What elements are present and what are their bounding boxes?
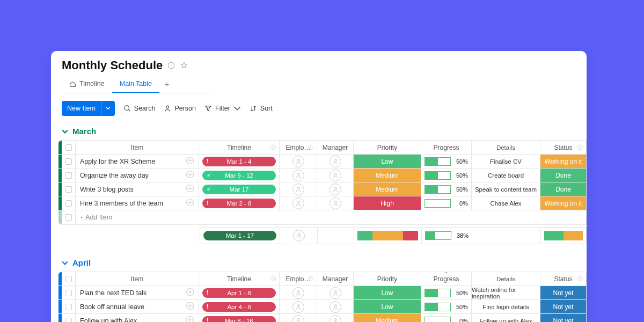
avatar-placeholder[interactable]	[292, 156, 304, 167]
priority-cell[interactable]: Medium	[354, 169, 421, 182]
column-progress[interactable]: Progress	[421, 141, 472, 154]
manager-cell[interactable]	[317, 286, 354, 299]
details-cell[interactable]: Speak to content team	[472, 182, 540, 196]
avatar-placeholder[interactable]	[330, 197, 341, 209]
timeline-cell[interactable]: !Apr 4 - 8	[199, 300, 280, 313]
status-cell[interactable]: Not yet	[540, 286, 586, 299]
select-all-checkbox[interactable]	[62, 272, 76, 286]
avatar-placeholder[interactable]	[330, 184, 341, 195]
add-item-label[interactable]: + Add Item	[76, 210, 199, 224]
avatar-placeholder[interactable]	[292, 197, 304, 209]
column-timeline[interactable]: Timelineⓘ	[199, 141, 280, 154]
item-cell[interactable]: Follow up with Alex	[76, 314, 199, 322]
manager-cell[interactable]	[317, 155, 354, 168]
info-icon[interactable]: i	[167, 61, 175, 70]
group-header[interactable]: March	[58, 125, 587, 140]
column-status[interactable]: Statusⓘ	[540, 141, 586, 154]
add-subitem-icon[interactable]	[186, 170, 194, 180]
add-subitem-icon[interactable]	[186, 302, 194, 312]
status-cell[interactable]: Working on it	[540, 155, 586, 168]
manager-cell[interactable]	[317, 169, 354, 182]
row-checkbox[interactable]	[62, 155, 76, 168]
table-row[interactable]: Hire 3 members of the team !Mar 2 - 8 Hi…	[58, 196, 586, 210]
timeline-cell[interactable]: !Mar 8 - 16	[199, 314, 280, 322]
avatar-placeholder[interactable]	[330, 301, 341, 313]
details-cell[interactable]: Follow up with Alex	[472, 314, 540, 322]
add-subitem-icon[interactable]	[186, 184, 194, 194]
star-icon[interactable]	[180, 61, 188, 70]
chevron-down-icon[interactable]	[101, 101, 115, 116]
avatar-placeholder[interactable]	[292, 315, 304, 323]
details-cell[interactable]: Finalise CV	[472, 155, 540, 168]
table-row[interactable]: Book off annual leave !Apr 4 - 8 Low 50%…	[58, 300, 586, 314]
details-cell[interactable]: Find login details	[472, 300, 540, 313]
column-priority[interactable]: Priority	[354, 141, 421, 154]
column-timeline[interactable]: Timelineⓘ	[199, 272, 280, 286]
employee-cell[interactable]	[280, 300, 317, 313]
priority-cell[interactable]: Low	[354, 155, 421, 168]
priority-cell[interactable]: High	[354, 196, 421, 210]
column-manager[interactable]: Manager	[317, 141, 354, 154]
column-details[interactable]: Details	[472, 141, 540, 154]
add-item-row[interactable]: + Add Item	[58, 210, 586, 224]
row-checkbox[interactable]	[62, 314, 76, 322]
column-manager[interactable]: Manager	[317, 272, 354, 286]
info-icon[interactable]: ⓘ	[577, 275, 583, 283]
avatar-placeholder[interactable]	[330, 156, 341, 167]
status-cell[interactable]: Working on it	[540, 196, 586, 210]
employee-cell[interactable]	[280, 196, 317, 210]
avatar-placeholder[interactable]	[330, 315, 341, 323]
details-cell[interactable]: Watch online for inspiration	[472, 286, 540, 299]
column-priority[interactable]: Priority	[354, 272, 421, 286]
column-employee[interactable]: Emplo…ⓘ	[280, 141, 317, 154]
sort-button[interactable]: Sort	[250, 105, 273, 112]
details-cell[interactable]: Chase Alex	[472, 196, 540, 210]
progress-cell[interactable]: 50%	[421, 286, 472, 299]
item-cell[interactable]: Apply for the XR Scheme	[76, 155, 199, 168]
item-cell[interactable]: Organize the away day	[76, 169, 199, 182]
priority-cell[interactable]: Medium	[354, 182, 421, 196]
item-cell[interactable]: Hire 3 members of the team	[76, 196, 199, 210]
new-item-button[interactable]: New Item	[62, 101, 115, 116]
column-employee[interactable]: Emplo…ⓘ	[280, 272, 317, 286]
row-checkbox[interactable]	[62, 196, 76, 210]
priority-cell[interactable]: Low	[354, 300, 421, 313]
item-cell[interactable]: Book off annual leave	[76, 300, 199, 313]
add-subitem-icon[interactable]	[186, 156, 194, 166]
info-icon[interactable]: ⓘ	[270, 144, 276, 151]
avatar-placeholder[interactable]	[330, 170, 341, 181]
search-button[interactable]: Search	[123, 105, 156, 112]
add-subitem-icon[interactable]	[186, 198, 194, 208]
row-checkbox[interactable]	[62, 169, 76, 182]
avatar-placeholder[interactable]	[292, 301, 304, 313]
timeline-cell[interactable]: !Mar 1 - 4	[199, 155, 280, 168]
table-row[interactable]: Organize the away day ✓Mar 9 - 12 Medium…	[58, 169, 586, 182]
timeline-cell[interactable]: ✓Mar 17	[199, 182, 280, 196]
item-cell[interactable]: Write 3 blog posts	[76, 182, 199, 196]
avatar-placeholder[interactable]	[292, 184, 304, 195]
progress-cell[interactable]: 50%	[421, 182, 472, 196]
timeline-cell[interactable]: !Apr 1 - 8	[199, 286, 280, 299]
info-icon[interactable]: ⓘ	[308, 275, 313, 283]
status-cell[interactable]: Done	[540, 169, 586, 182]
add-subitem-icon[interactable]	[186, 288, 194, 298]
chevron-down-icon[interactable]	[62, 260, 68, 266]
employee-cell[interactable]	[280, 155, 317, 168]
filter-button[interactable]: Filter	[204, 105, 241, 112]
status-cell[interactable]: Not yet	[540, 300, 586, 313]
table-row[interactable]: Follow up with Alex !Mar 8 - 16 Medium 0…	[58, 314, 586, 322]
row-checkbox[interactable]	[62, 182, 76, 196]
column-item[interactable]: Item	[76, 141, 199, 154]
progress-cell[interactable]: 0%	[421, 314, 472, 322]
employee-cell[interactable]	[280, 314, 317, 322]
row-checkbox[interactable]	[62, 210, 76, 224]
priority-cell[interactable]: Medium	[354, 314, 421, 322]
status-cell[interactable]: Done	[540, 182, 586, 196]
table-row[interactable]: Plan the next TED talk !Apr 1 - 8 Low 50…	[58, 286, 586, 300]
employee-cell[interactable]	[280, 182, 317, 196]
avatar-placeholder[interactable]	[293, 230, 305, 241]
table-row[interactable]: Apply for the XR Scheme !Mar 1 - 4 Low 5…	[58, 155, 586, 169]
item-cell[interactable]: Plan the next TED talk	[76, 286, 199, 299]
table-row[interactable]: Write 3 blog posts ✓Mar 17 Medium 50% Sp…	[58, 182, 586, 196]
avatar-placeholder[interactable]	[292, 170, 304, 181]
